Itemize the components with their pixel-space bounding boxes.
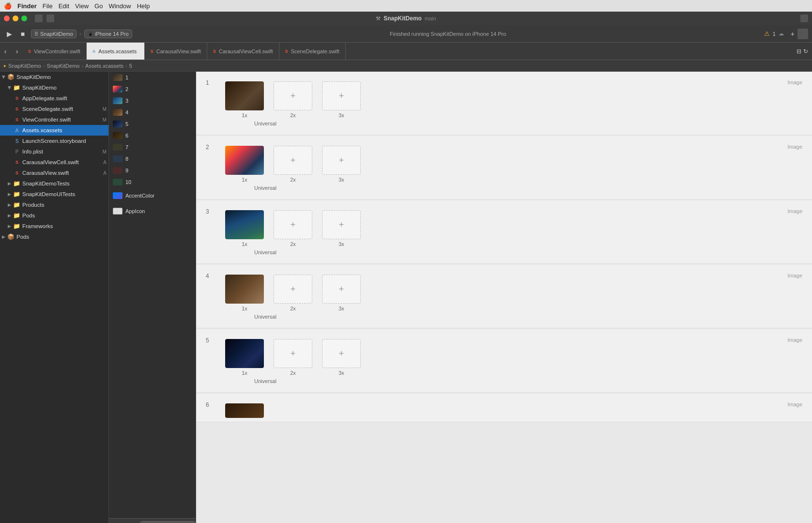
image-box-3x-1[interactable]: +	[322, 81, 361, 110]
sidebar-item-viewcontroller[interactable]: S ViewController.swift M	[0, 114, 108, 125]
scale-label-2x-1: 2x	[290, 112, 296, 118]
image-content-1x-3	[225, 210, 264, 239]
asset-item-appicon[interactable]: AppIcon	[113, 205, 192, 217]
asset-row-number-5: 5	[206, 337, 209, 344]
finder-menu[interactable]: Finder	[17, 2, 37, 10]
sidebar-item-carausalviewcell[interactable]: S CarausalViewCell.swift A	[0, 157, 108, 168]
sidebar-item-snapkitdemotests[interactable]: ▶ 📁 SnapKitDemoTests	[0, 178, 108, 189]
image-box-1x-4[interactable]	[225, 275, 264, 304]
asset-item-label-10: 10	[125, 179, 131, 185]
sidebar-item-scenedelegate[interactable]: S SceneDelegate.swift M	[0, 104, 108, 114]
file-badge-m: M	[103, 149, 107, 154]
sidebar-item-infoplist[interactable]: P Info.plist M	[0, 146, 108, 157]
image-box-1x-5[interactable]	[225, 339, 264, 368]
asset-item-1[interactable]: 1	[109, 72, 196, 83]
image-box-1x-3[interactable]	[225, 210, 264, 239]
image-box-1x-6[interactable]	[225, 403, 264, 418]
asset-item-9[interactable]: 9	[109, 165, 196, 176]
breadcrumb-3[interactable]: Assets.xcassets	[85, 63, 123, 69]
minimize-button[interactable]	[13, 15, 18, 21]
nav-back-button[interactable]: ‹	[0, 46, 11, 57]
device-selector[interactable]: 📱 iPhone 14 Pro	[84, 30, 132, 38]
mac-menubar: 🍎 Finder File Edit View Go Window Help	[0, 0, 812, 12]
scale-label-2x-4: 2x	[290, 306, 296, 311]
asset-slot-3x-5: + 3x	[322, 339, 361, 376]
sidebar-item-pods-root[interactable]: ▶ 📦 Pods	[0, 231, 108, 242]
maximize-button[interactable]	[21, 15, 27, 21]
window-menu[interactable]: Window	[108, 2, 131, 10]
breadcrumb-1[interactable]: SnapKitDemo	[8, 63, 41, 69]
sidebar-label: SnapKitDemoTests	[22, 181, 70, 186]
asset-item-8[interactable]: 8	[109, 153, 196, 165]
asset-row-label-1: Image	[787, 79, 802, 85]
image-box-3x-3[interactable]: +	[322, 210, 361, 239]
add-asset-button[interactable]: +	[113, 522, 117, 523]
help-menu[interactable]: Help	[137, 2, 150, 10]
filter-input[interactable]	[139, 521, 196, 523]
image-box-2x-4[interactable]: +	[274, 275, 312, 304]
image-box-3x-4[interactable]: +	[322, 275, 361, 304]
asset-item-accentcolor[interactable]: AccentColor	[113, 190, 192, 201]
sidebar-item-launchscreen[interactable]: S LaunchScreen.storyboard	[0, 136, 108, 146]
sidebar-item-appdelegate[interactable]: S AppDelegate.swift	[0, 93, 108, 104]
image-box-2x-3[interactable]: +	[274, 210, 312, 239]
split-editor-button[interactable]: ⊟	[797, 48, 801, 55]
tab-scenedelegate[interactable]: S SceneDelegate.swift	[279, 43, 346, 60]
asset-row-4: 4 Image 1x + 2x	[196, 265, 812, 328]
sidebar-item-products[interactable]: ▶ 📁 Products	[0, 200, 108, 210]
sidebar-item-snapkitdemo-group[interactable]: ▶ 📁 SnapKitDemo	[0, 82, 108, 93]
image-box-2x-1[interactable]: +	[274, 81, 312, 110]
nav-forward-button[interactable]: ›	[12, 46, 22, 57]
image-box-1x-1[interactable]	[225, 81, 264, 110]
image-content-1x-2	[225, 146, 264, 175]
breadcrumb-2[interactable]: SnapKitDemo	[47, 63, 80, 69]
sidebar-toggle-icon[interactable]	[35, 15, 43, 22]
swift-icon-tab3: S	[151, 49, 153, 54]
sidebar-item-carausalview[interactable]: S CarausalView.swift A	[0, 168, 108, 178]
asset-item-10[interactable]: 10	[109, 176, 196, 188]
asset-item-5[interactable]: 5	[109, 118, 196, 130]
close-button[interactable]	[4, 15, 10, 21]
asset-item-7[interactable]: 7	[109, 141, 196, 153]
sidebar-item-pods[interactable]: ▶ 📁 Pods	[0, 210, 108, 221]
editor-options-button[interactable]: ↻	[803, 48, 808, 55]
image-box-3x-2[interactable]: +	[322, 146, 361, 175]
go-menu[interactable]: Go	[94, 2, 103, 10]
tab-viewcontroller[interactable]: S ViewController.swift	[22, 43, 87, 60]
image-box-2x-2[interactable]: +	[274, 146, 312, 175]
asset-item-3[interactable]: 3	[109, 95, 196, 107]
panel-toggle-right[interactable]	[800, 15, 808, 22]
asset-images-2: 1x + 2x + 3x	[225, 146, 802, 183]
tab-carausalview[interactable]: S CarausalView.swift	[145, 43, 207, 60]
layout-toggle-icon[interactable]	[46, 15, 54, 22]
universal-label-5: Universal	[254, 378, 802, 385]
asset-item-2[interactable]: 2	[109, 83, 196, 95]
stop-button[interactable]: ■	[17, 29, 28, 39]
layout-options-button[interactable]	[797, 29, 808, 39]
remove-asset-button[interactable]: −	[121, 522, 124, 523]
sidebar-item-assets[interactable]: A Assets.xcassets	[0, 125, 108, 136]
edit-menu[interactable]: Edit	[59, 2, 69, 10]
run-button[interactable]: ▶	[4, 29, 15, 39]
sidebar-item-snapkitdemouitests[interactable]: ▶ 📁 SnapKitDemoUITests	[0, 189, 108, 200]
view-menu[interactable]: View	[75, 2, 89, 10]
apple-menu[interactable]: 🍎	[4, 2, 12, 10]
asset-thumb-7	[113, 144, 123, 151]
tab-label-carausalviewcell: CarausalViewCell.swift	[219, 48, 273, 54]
sidebar-item-project-root[interactable]: ▶ 📦 SnapKitDemo	[0, 72, 108, 82]
scheme-selector[interactable]: ☰ SnapKitDemo	[31, 30, 77, 38]
sidebar-item-frameworks[interactable]: ▶ 📁 Frameworks	[0, 221, 108, 231]
image-box-1x-2[interactable]	[225, 146, 264, 175]
folder-icon: 📁	[13, 223, 20, 230]
image-box-2x-5[interactable]: +	[274, 339, 312, 368]
add-file-button[interactable]: +	[791, 30, 795, 38]
breadcrumb-4[interactable]: 5	[129, 63, 132, 69]
asset-item-6[interactable]: 6	[109, 130, 196, 141]
tab-carausalviewcell[interactable]: S CarausalViewCell.swift	[207, 43, 279, 60]
tab-assets[interactable]: A Assets.xcassets	[87, 43, 145, 60]
asset-item-label-7: 7	[125, 144, 128, 150]
image-box-3x-5[interactable]: +	[322, 339, 361, 368]
asset-item-4[interactable]: 4	[109, 107, 196, 118]
plus-icon-3x-3: +	[339, 220, 344, 230]
file-menu[interactable]: File	[43, 2, 53, 10]
